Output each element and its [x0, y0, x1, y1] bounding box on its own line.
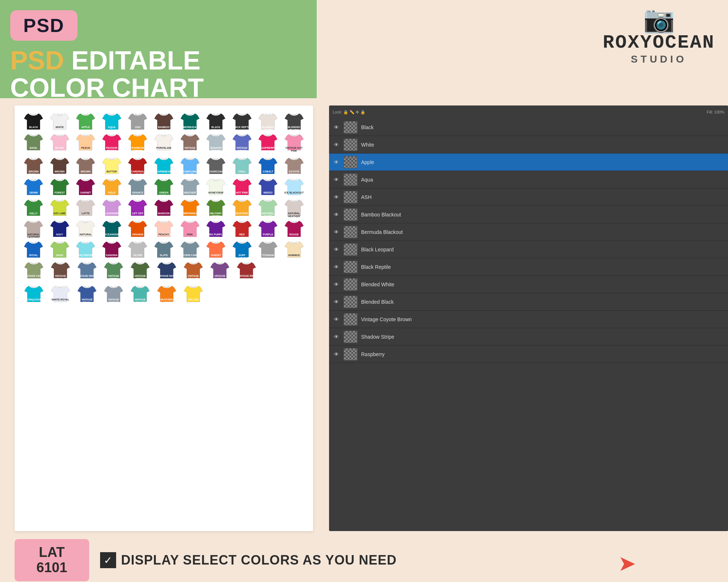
layer-visibility-icon[interactable]: 👁 [333, 263, 340, 271]
shirt-item[interactable]: VINTAGE INDIGO [229, 133, 254, 155]
shirt-item[interactable]: VINTAGE TURQUOISE [127, 284, 153, 304]
shirt-item[interactable]: FOREST [47, 178, 72, 197]
shirt-item[interactable]: VINTAGE HOT PINK [281, 133, 306, 155]
shirt-item[interactable]: AQUA [99, 112, 124, 131]
shirt-item[interactable]: VINTAGE GREEN MILITARY [127, 261, 153, 283]
layer-row[interactable]: 👁Blended Black [329, 293, 728, 311]
shirt-item[interactable]: SILVER [125, 240, 150, 259]
layer-row[interactable]: 👁Raspberry [329, 346, 728, 363]
layer-visibility-icon[interactable]: 👁 [333, 159, 340, 166]
shirt-item[interactable]: NATURAL HEATHER [281, 198, 306, 218]
shirt-item[interactable]: BLENDED BLACK [281, 112, 306, 131]
layer-visibility-icon[interactable]: 👁 [333, 124, 340, 131]
shirt-item[interactable]: GRANITE HEATHER [125, 178, 150, 197]
shirt-item[interactable]: MUSTARD [229, 198, 254, 218]
layer-row[interactable]: 👁Bamboo Blackout [329, 206, 728, 223]
shirt-item[interactable]: WHITE ROYAL [48, 284, 73, 304]
shirt-item[interactable]: VINTAGE ORANGE [181, 261, 206, 283]
layer-visibility-icon[interactable]: 👁 [333, 351, 340, 358]
shirt-item[interactable]: CHARCOAL [203, 156, 229, 176]
layer-visibility-icon[interactable]: 👁 [333, 141, 340, 148]
shirt-item[interactable]: VINTAGE CHOCOLATE [48, 261, 73, 283]
shirt-item[interactable]: INDIGO [256, 178, 281, 197]
shirt-item[interactable]: YELLOW [181, 284, 206, 304]
shirt-item[interactable]: PASSION TROPIC [99, 133, 124, 155]
shirt-item[interactable]: RASPBERRY [256, 133, 281, 155]
shirt-item[interactable]: PEACH [73, 133, 98, 155]
shirt-item[interactable]: VINTAGE COYOTE BROWN [177, 133, 202, 155]
shirt-item[interactable]: GARNET [73, 178, 98, 197]
shirt-item[interactable]: COYOTE BROWN [281, 156, 306, 176]
shirt-item[interactable]: PEACHY [151, 219, 177, 239]
layer-row[interactable]: 👁ASH [329, 188, 728, 206]
layer-visibility-icon[interactable]: 👁 [333, 281, 340, 288]
layer-visibility-icon[interactable]: 👁 [333, 298, 340, 306]
shirt-item[interactable]: STORM CAMO [177, 240, 202, 259]
layer-row[interactable]: 👁Black Reptile [329, 258, 728, 276]
shirt-item[interactable]: VINTAGE SMOKE [101, 284, 126, 304]
shirt-item[interactable]: NAVY [47, 219, 72, 239]
shirt-item[interactable]: PUMPKINHEAD [177, 198, 202, 218]
shirt-item[interactable]: CARDINAL BLACKOUT [125, 156, 150, 176]
shirt-item[interactable]: TURQUOISE [21, 284, 47, 304]
shirt-item[interactable]: BUTTER [99, 156, 124, 176]
shirt-item[interactable]: KEY LIME [47, 198, 72, 218]
shirt-item[interactable]: BLACK LEOPARD [203, 112, 229, 131]
shirt-item[interactable]: GREEN REPTILE [151, 178, 177, 197]
layer-row[interactable]: 👁White [329, 136, 728, 154]
shirt-item[interactable]: NATURAL [73, 219, 98, 239]
shirt-item[interactable]: CARIBBEAN [151, 156, 177, 176]
shirt-item[interactable]: VINTAGE PURPLE [207, 261, 233, 283]
shirt-item[interactable]: BROWN REPTILE [21, 156, 46, 176]
layer-row[interactable]: 👁Black Leopard [329, 241, 728, 258]
shirt-item[interactable]: TITANIUM [256, 240, 281, 259]
layer-row[interactable]: 👁Aqua [329, 171, 728, 188]
layer-row[interactable]: 👁Shadow Stripe [329, 328, 728, 346]
shirt-item[interactable]: PURPLE [256, 219, 281, 239]
shirt-item[interactable]: ICE BLACKOUT [281, 178, 306, 197]
shirt-item[interactable]: BERMUDA BLACKOUT [177, 112, 202, 131]
layer-visibility-icon[interactable]: 👁 [333, 228, 340, 236]
shirt-item[interactable]: BROWN [73, 156, 98, 176]
shirt-item[interactable]: COBALT [256, 156, 281, 176]
shirt-item[interactable]: DENIM [21, 178, 46, 197]
shirt-item[interactable]: PORCELAIN [151, 133, 177, 155]
shirt-item[interactable]: NATURAL LEOPARD [21, 219, 46, 239]
shirt-item[interactable]: PRO PURPLE [203, 219, 229, 239]
shirt-item[interactable]: PINK [177, 219, 202, 239]
layer-visibility-icon[interactable]: 👁 [333, 246, 340, 253]
shirt-item[interactable]: WHITE [47, 112, 72, 131]
shirt-item[interactable]: ROYAL [21, 240, 46, 259]
shirt-item[interactable]: BROWN BLACKOUT [47, 156, 72, 176]
shirt-item[interactable]: MAROON [151, 198, 177, 218]
shirt-item[interactable]: RAINBOW STRIPE [125, 133, 150, 155]
shirt-item[interactable]: MUSTARD BLACKOUT [154, 284, 179, 304]
layer-row[interactable]: 👁Vintage Coyote Brown [329, 311, 728, 328]
layer-visibility-icon[interactable]: 👁 [333, 316, 340, 323]
layer-visibility-icon[interactable]: 👁 [333, 211, 340, 218]
layer-row[interactable]: 👁Black [329, 119, 728, 136]
shirt-item[interactable]: RED [229, 219, 254, 239]
shirt-item[interactable]: ASH [125, 112, 150, 131]
shirt-item[interactable]: BASIL [21, 133, 46, 155]
shirt-item[interactable]: KELLY [21, 198, 46, 218]
shirt-item[interactable]: APPLE [73, 112, 98, 131]
shirt-item[interactable]: BLENDED WHITE [256, 112, 281, 131]
shirt-item[interactable]: ROUGE [281, 219, 306, 239]
shirt-item[interactable]: BLUSH [47, 133, 72, 155]
layer-visibility-icon[interactable]: 👁 [333, 194, 340, 201]
shirt-item[interactable]: SLATE [151, 240, 177, 259]
shirt-item[interactable]: ORANGE [125, 219, 150, 239]
shirt-item[interactable]: OCEANSIDE [99, 219, 124, 239]
shirt-item[interactable]: GOLD [99, 178, 124, 197]
shirt-item[interactable]: SHADOW STRIPE [203, 133, 229, 155]
shirt-item[interactable]: HEATHER [177, 178, 202, 197]
layer-row[interactable]: 👁Apple [329, 154, 728, 171]
layer-visibility-icon[interactable]: 👁 [333, 333, 340, 340]
shirt-item[interactable]: SAGE [47, 240, 72, 259]
shirt-item[interactable]: BLACK REPTILE [229, 112, 254, 131]
shirt-item[interactable]: SUNSET [203, 240, 229, 259]
shirt-item[interactable]: CAROLINA BLUE [177, 156, 202, 176]
layer-row[interactable]: 👁Bermuda Blackout [329, 223, 728, 241]
shirt-item[interactable]: VINTAGE DENIM [74, 261, 100, 283]
